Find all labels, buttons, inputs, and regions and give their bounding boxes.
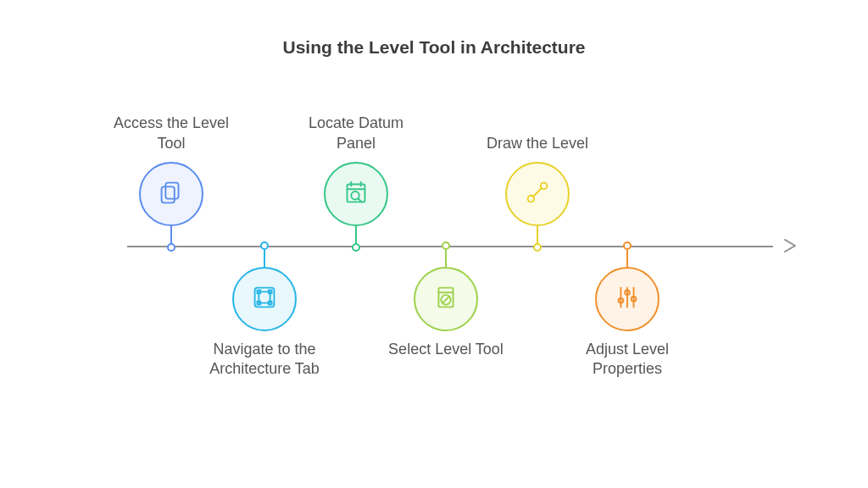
step-pin (442, 241, 450, 250)
step-access-level-tool: Access the Level Tool (103, 114, 239, 252)
step-label: Draw the Level (470, 134, 605, 153)
step-connector (355, 226, 357, 243)
step-locate-datum-panel: Locate Datum Panel (288, 114, 424, 252)
copy-icon (155, 176, 187, 212)
svg-line-17 (442, 297, 449, 303)
diagram-title: Using the Level Tool in Architecture (0, 37, 868, 58)
step-bubble (232, 267, 297, 331)
step-connector (445, 250, 447, 267)
svg-rect-0 (165, 183, 178, 199)
step-pin (623, 241, 632, 250)
step-bubble (414, 267, 478, 331)
step-connector (626, 250, 628, 267)
step-label: Navigate to the Architecture Tab (197, 340, 332, 380)
step-bubble (139, 162, 203, 226)
transform-icon (248, 281, 281, 317)
svg-rect-1 (162, 186, 175, 202)
step-pin (260, 241, 269, 250)
step-pin (352, 243, 360, 252)
step-bubble (595, 267, 659, 331)
not-allowed-icon (430, 281, 462, 317)
step-label: Locate Datum Panel (288, 114, 424, 153)
step-navigate-architecture-tab: Navigate to the Architecture Tab (197, 241, 332, 380)
step-select-level-tool: Select Level Tool (378, 241, 514, 359)
svg-line-20 (533, 188, 542, 197)
step-label: Adjust Level Properties (559, 340, 695, 380)
step-label: Access the Level Tool (103, 114, 239, 153)
step-adjust-level-properties: Adjust Level Properties (559, 241, 695, 380)
calendar-search-icon (340, 176, 372, 212)
step-connector (537, 226, 538, 243)
step-connector (170, 226, 172, 243)
step-draw-level: Draw the Level (470, 134, 605, 252)
step-bubble (505, 162, 570, 226)
timeline-diagram: Using the Level Tool in Architecture Acc… (0, 0, 868, 488)
step-bubble (324, 162, 388, 226)
step-label: Select Level Tool (378, 340, 514, 359)
sliders-icon (611, 281, 643, 317)
step-connector (264, 250, 265, 267)
line-segment-icon (521, 176, 554, 212)
step-pin (533, 243, 542, 252)
step-pin (167, 243, 175, 252)
